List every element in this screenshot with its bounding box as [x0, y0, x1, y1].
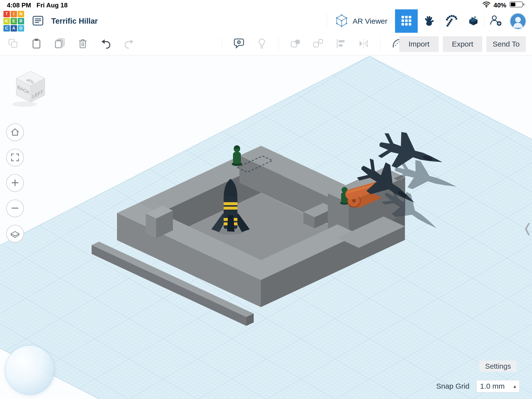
- invite-collaborator-button[interactable]: [485, 9, 507, 33]
- zoom-out-button[interactable]: [6, 200, 24, 217]
- logo-tile: N: [18, 11, 24, 17]
- edit-toolbar: Import Export Send To: [0, 33, 532, 55]
- snap-grid-dropdown[interactable]: 1.0 mm ▴: [476, 380, 520, 392]
- send-to-button[interactable]: Send To: [486, 36, 526, 52]
- ungroup-icon: [312, 38, 324, 50]
- view-cube[interactable]: TOP BACK LEFT: [12, 71, 45, 107]
- scene-3d[interactable]: TOP BACK LEFT: [0, 55, 532, 399]
- design-title[interactable]: Terrific Hillar: [51, 17, 98, 26]
- logo-tile: I: [11, 11, 17, 17]
- logo-tile: A: [11, 25, 17, 32]
- delete-button[interactable]: [77, 38, 89, 50]
- battery-percent: 40%: [494, 1, 506, 9]
- perspective-icon: [10, 228, 20, 240]
- copy-icon: [7, 38, 19, 50]
- minus-icon: [10, 203, 20, 214]
- flip-button[interactable]: [358, 38, 369, 50]
- fit-view-button[interactable]: [6, 149, 24, 166]
- copy-button[interactable]: [7, 38, 19, 50]
- duplicate-icon: [54, 38, 66, 50]
- ungroup-button[interactable]: [312, 38, 324, 50]
- profile-avatar[interactable]: [510, 13, 526, 29]
- settings-button[interactable]: Settings: [479, 361, 517, 372]
- plus-icon: [10, 177, 20, 189]
- person-add-icon: [489, 14, 502, 28]
- align-icon: [335, 38, 347, 50]
- home-view-button[interactable]: [6, 123, 24, 141]
- redo-button[interactable]: [123, 38, 135, 50]
- panel-expand-chevron[interactable]: ‹: [524, 204, 531, 250]
- align-button[interactable]: [335, 38, 347, 50]
- logo-tile: R: [18, 18, 24, 24]
- snap-grid-value: 1.0 mm: [480, 382, 505, 390]
- fit-view-icon: [10, 152, 20, 164]
- minecraft-export-button[interactable]: [440, 9, 462, 33]
- show-hidden-button[interactable]: [256, 38, 268, 50]
- clock: 4:08 PM: [7, 1, 31, 9]
- trash-icon: [77, 38, 89, 50]
- ar-viewer-button[interactable]: AR Viewer: [327, 9, 395, 33]
- separator: [222, 37, 222, 51]
- lego-export-button[interactable]: [462, 9, 484, 33]
- design-properties-button[interactable]: [31, 14, 45, 28]
- date: Fri Aug 18: [36, 1, 67, 9]
- separator: [279, 37, 279, 51]
- logo-tile: K: [3, 18, 10, 24]
- home-icon: [10, 127, 20, 138]
- logo-tile: D: [18, 25, 24, 32]
- separator: [380, 37, 381, 51]
- redo-icon: [123, 38, 135, 50]
- undo-icon: [100, 38, 112, 50]
- hand-tool-button[interactable]: [418, 9, 440, 33]
- wifi-icon: [482, 1, 491, 10]
- dropdown-caret-icon: ▴: [514, 383, 516, 389]
- logo-tile: T: [3, 11, 10, 17]
- battery-icon: [509, 1, 525, 10]
- viewport[interactable]: TOP BACK LEFT: [0, 55, 532, 399]
- logo-tile: E: [11, 18, 17, 24]
- shapes-panel-button[interactable]: [395, 9, 418, 33]
- view-controls: [6, 123, 24, 243]
- mirror-icon: [358, 38, 369, 50]
- tinkercad-logo[interactable]: T I N K E R C A D: [3, 11, 24, 32]
- comment-eye-icon: [233, 37, 245, 50]
- paste-button[interactable]: [31, 38, 42, 50]
- snap-grid-label: Snap Grid: [436, 382, 469, 390]
- import-button[interactable]: Import: [399, 36, 439, 52]
- zoom-in-button[interactable]: [6, 174, 24, 192]
- status-bar: 4:08 PM Fri Aug 18 40%: [0, 0, 532, 10]
- paste-icon: [31, 38, 42, 50]
- notes-button[interactable]: [233, 37, 245, 50]
- tinkercad-app: 4:08 PM Fri Aug 18 40%: [0, 0, 532, 399]
- view-cube-shadow: [12, 101, 37, 107]
- view-mode-button[interactable]: [6, 225, 24, 243]
- lightbulb-icon: [256, 38, 268, 50]
- export-button[interactable]: Export: [443, 36, 482, 52]
- group-button[interactable]: [290, 38, 301, 50]
- ar-cube-icon: [334, 14, 349, 29]
- app-header: T I N K E R C A D Terrific Hillar: [0, 9, 532, 33]
- brick-icon: [467, 15, 480, 28]
- menu-icon: [32, 15, 44, 28]
- shapes-grid-icon: [401, 15, 412, 27]
- ar-viewer-label: AR Viewer: [353, 17, 387, 25]
- group-icon: [290, 38, 301, 50]
- hand-icon: [423, 15, 435, 28]
- logo-tile: C: [3, 25, 10, 32]
- orbit-control-sphere[interactable]: [5, 345, 54, 395]
- pickaxe-icon: [445, 15, 457, 28]
- undo-button[interactable]: [100, 38, 112, 50]
- duplicate-button[interactable]: [54, 38, 66, 50]
